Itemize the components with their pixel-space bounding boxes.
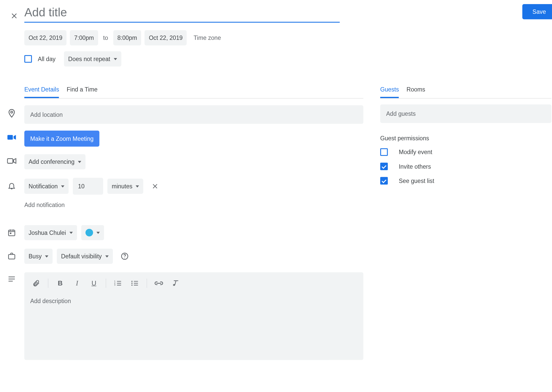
busy-dropdown[interactable]: Busy <box>24 249 53 264</box>
notification-value-input[interactable] <box>73 178 103 195</box>
all-day-checkbox[interactable] <box>24 55 32 63</box>
perm-modify-checkbox[interactable] <box>380 148 388 156</box>
underline-button[interactable]: U <box>86 276 101 290</box>
tab-rooms[interactable]: Rooms <box>407 83 425 98</box>
svg-rect-4 <box>10 233 12 234</box>
link-button[interactable] <box>151 276 166 290</box>
perm-invite-checkbox[interactable] <box>380 163 388 170</box>
calendar-icon <box>7 228 16 237</box>
svg-point-0 <box>11 111 13 113</box>
svg-rect-5 <box>8 255 15 259</box>
notification-type-dropdown[interactable]: Notification <box>24 179 69 194</box>
clear-formatting-button[interactable] <box>168 276 183 290</box>
timezone-link[interactable]: Time zone <box>190 34 224 41</box>
separator <box>106 279 106 288</box>
bold-icon: B <box>58 279 63 287</box>
repeat-dropdown[interactable]: Does not repeat <box>64 51 121 66</box>
conferencing-dropdown[interactable]: Add conferencing <box>24 154 85 169</box>
chevron-down-icon <box>45 255 48 257</box>
briefcase-icon <box>7 252 16 260</box>
to-label: to <box>101 34 110 41</box>
bell-icon <box>7 181 16 190</box>
bulleted-list-icon <box>131 280 139 286</box>
svg-rect-2 <box>7 159 13 163</box>
underline-icon: U <box>91 279 96 287</box>
description-textarea[interactable]: Add description <box>24 293 363 360</box>
conferencing-label: Add conferencing <box>29 158 75 165</box>
separator <box>48 279 49 288</box>
save-button[interactable]: Save <box>522 4 552 19</box>
start-date-chip[interactable]: Oct 22, 2019 <box>24 30 66 45</box>
video-icon <box>7 158 16 164</box>
svg-rect-1 <box>7 135 13 140</box>
all-day-label: All day <box>38 55 55 62</box>
location-icon <box>7 109 16 118</box>
close-icon <box>10 12 18 20</box>
end-date-chip[interactable]: Oct 22, 2019 <box>145 30 187 45</box>
chevron-down-icon <box>113 58 117 60</box>
visibility-dropdown[interactable]: Default visibility <box>57 249 113 264</box>
link-icon <box>155 281 163 286</box>
numbered-list-icon: 123 <box>114 280 122 286</box>
svg-point-7 <box>124 258 125 258</box>
remove-notification-button[interactable] <box>147 179 163 194</box>
location-input[interactable] <box>24 105 363 124</box>
close-button[interactable] <box>7 8 22 24</box>
description-icon <box>7 276 16 282</box>
close-icon <box>151 182 159 190</box>
perm-seelist-checkbox[interactable] <box>380 177 388 185</box>
italic-icon: I <box>76 279 78 287</box>
svg-text:3: 3 <box>114 284 116 286</box>
end-time-chip[interactable]: 8:00pm <box>113 30 141 45</box>
chevron-down-icon <box>96 232 100 234</box>
notification-unit-label: minutes <box>112 183 132 190</box>
zoom-meeting-button[interactable]: Make it a Zoom Meeting <box>24 131 99 147</box>
calendar-color-dropdown[interactable] <box>81 225 104 240</box>
title-input[interactable] <box>24 4 340 23</box>
repeat-label: Does not repeat <box>68 55 110 62</box>
guests-input[interactable] <box>380 105 551 123</box>
chevron-down-icon <box>105 255 108 257</box>
chevron-down-icon <box>78 161 81 163</box>
clear-format-icon <box>172 279 180 287</box>
start-time-chip[interactable]: 7:00pm <box>70 30 98 45</box>
italic-button[interactable]: I <box>70 276 85 290</box>
calendar-owner-label: Joshua Chulei <box>29 229 66 236</box>
notification-unit-dropdown[interactable]: minutes <box>108 179 143 194</box>
chevron-down-icon <box>61 185 64 187</box>
visibility-label: Default visibility <box>61 253 102 260</box>
zoom-icon <box>7 134 16 141</box>
bold-button[interactable]: B <box>53 276 68 290</box>
paperclip-icon <box>32 279 40 287</box>
separator <box>147 279 147 288</box>
numbered-list-button[interactable]: 123 <box>110 276 125 290</box>
tab-event-details[interactable]: Event Details <box>24 83 59 98</box>
add-notification-link[interactable]: Add notification <box>24 201 65 208</box>
tab-guests[interactable]: Guests <box>380 83 399 98</box>
svg-point-12 <box>131 283 132 284</box>
svg-point-11 <box>131 281 132 282</box>
perm-seelist-label: See guest list <box>399 177 434 184</box>
help-icon <box>120 252 129 260</box>
busy-label: Busy <box>29 253 42 260</box>
visibility-help-button[interactable] <box>117 249 132 264</box>
attach-button[interactable] <box>29 276 44 290</box>
svg-rect-3 <box>8 230 15 236</box>
perm-modify-label: Modify event <box>399 149 432 155</box>
bulleted-list-button[interactable] <box>127 276 142 290</box>
chevron-down-icon <box>136 185 139 187</box>
guest-permissions-header: Guest permissions <box>380 135 551 142</box>
tab-find-a-time[interactable]: Find a Time <box>67 83 98 98</box>
color-dot <box>85 229 93 236</box>
calendar-owner-dropdown[interactable]: Joshua Chulei <box>24 225 77 240</box>
perm-invite-label: Invite others <box>399 163 431 170</box>
chevron-down-icon <box>69 232 73 234</box>
svg-point-13 <box>131 284 132 285</box>
notification-type-label: Notification <box>29 183 58 190</box>
